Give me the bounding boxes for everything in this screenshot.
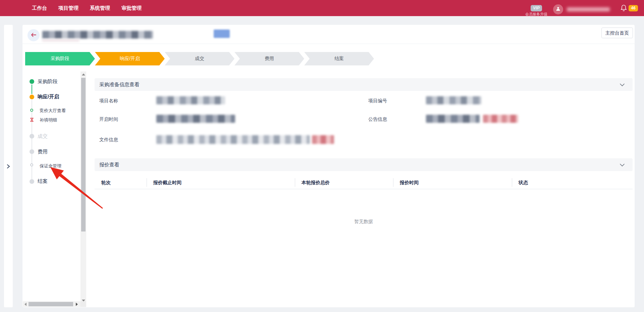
- orange-dot-icon: [30, 95, 34, 99]
- status-tag-redacted: [214, 30, 230, 38]
- notification-count-badge: 46: [629, 5, 638, 11]
- field-value-announcement-redacted: [426, 115, 480, 123]
- annotation-arrow: [45, 162, 112, 216]
- nav-item-system-management[interactable]: 系统管理: [90, 0, 110, 16]
- gray-dot-icon: [30, 149, 34, 154]
- timeline-connector-green: [32, 85, 32, 94]
- scroll-up-arrow[interactable]: [82, 73, 85, 75]
- file-link-redacted[interactable]: [312, 135, 334, 144]
- sidebar-item-bidding-hall[interactable]: 竞价大厅查看: [40, 108, 66, 114]
- field-value-file-info-redacted: [156, 135, 310, 144]
- page-title-redacted: [42, 31, 153, 39]
- column-header-status: 状态: [512, 176, 633, 189]
- column-header-round-total-price: 本轮报价总价: [295, 176, 393, 189]
- step-procurement-stage[interactable]: 采购阶段: [25, 52, 95, 65]
- nav-item-project-management[interactable]: 项目管理: [58, 0, 78, 16]
- field-label-project-no: 项目编号: [368, 98, 387, 104]
- user-avatar[interactable]: [553, 4, 563, 14]
- hourglass-icon: [30, 117, 34, 123]
- step-response-open[interactable]: 响应/开启: [95, 52, 165, 65]
- vip-icon[interactable]: VIP: [531, 5, 542, 11]
- prep-info-panel-header[interactable]: 采购准备信息查看: [95, 78, 633, 91]
- green-ring-icon: [30, 109, 33, 112]
- field-value-open-time-redacted: [156, 115, 235, 123]
- chevron-right-icon: [7, 164, 10, 170]
- step-deal[interactable]: 成交: [165, 52, 234, 65]
- step-closing[interactable]: 结案: [304, 52, 374, 65]
- page-subtitle-redacted: [42, 39, 79, 42]
- field-label-announcement: 公告信息: [368, 116, 387, 122]
- column-separator: [393, 178, 393, 187]
- console-home-button[interactable]: 主控台首页: [601, 28, 633, 38]
- timeline-connector-gray: [32, 100, 32, 179]
- scrollbar-corner: [80, 301, 86, 307]
- horizontal-scroll-thumb[interactable]: [29, 302, 73, 306]
- vip-upgrade-label[interactable]: 会员服务升级: [522, 12, 551, 17]
- field-value-project-no-redacted: [426, 96, 481, 104]
- arrow-left-icon: [31, 32, 36, 38]
- sidebar-item-procurement-stage[interactable]: 采购阶段: [38, 79, 58, 85]
- step-fees[interactable]: 费用: [234, 52, 304, 65]
- scroll-right-arrow[interactable]: [76, 303, 78, 306]
- sidebar-item-fill-details[interactable]: 补填明细: [40, 117, 57, 123]
- field-label-file-info: 文件信息: [99, 137, 118, 143]
- field-label-open-time: 开启时间: [99, 116, 118, 122]
- person-icon: [555, 6, 561, 13]
- chevron-down-icon[interactable]: [620, 162, 625, 168]
- username-redacted[interactable]: [567, 7, 610, 11]
- field-value-project-name-redacted: [156, 96, 225, 104]
- nav-item-workbench[interactable]: 工作台: [32, 0, 47, 16]
- empty-state-text: 暂无数据: [95, 219, 633, 225]
- gray-ring-icon: [30, 163, 33, 166]
- table-header-border: [95, 189, 633, 189]
- field-label-project-name: 项目名称: [99, 98, 118, 104]
- sidebar-item-response-open[interactable]: 响应/开启: [38, 94, 59, 100]
- nav-item-approval-management[interactable]: 审批管理: [121, 0, 142, 16]
- top-nav: 工作台 项目管理 系统管理 审批管理 VIP 会员服务升级 46: [0, 0, 644, 16]
- column-separator: [512, 178, 512, 187]
- chevron-down-icon[interactable]: [620, 82, 625, 88]
- expand-panel-handle[interactable]: [5, 164, 12, 170]
- gray-dot-icon: [30, 179, 34, 184]
- divider: [22, 44, 635, 44]
- scroll-left-arrow[interactable]: [24, 303, 26, 306]
- green-dot-icon: [30, 79, 34, 84]
- column-separator: [147, 178, 147, 187]
- gray-dot-icon: [30, 134, 34, 139]
- column-header-quote-deadline: 报价截止时间: [147, 176, 295, 189]
- sidebar-item-fees[interactable]: 费用: [38, 149, 48, 155]
- back-button[interactable]: [28, 29, 40, 41]
- quote-panel-header[interactable]: 报价查看: [95, 158, 633, 171]
- nav-menu: 工作台 项目管理 系统管理 审批管理: [32, 0, 142, 16]
- column-separator: [295, 178, 295, 187]
- bell-icon[interactable]: [621, 4, 627, 12]
- column-header-quote-time: 报价时间: [393, 176, 512, 189]
- sidebar-item-deal[interactable]: 成交: [38, 133, 48, 140]
- prep-info-panel-title: 采购准备信息查看: [99, 82, 140, 88]
- announcement-link-redacted[interactable]: [483, 115, 518, 123]
